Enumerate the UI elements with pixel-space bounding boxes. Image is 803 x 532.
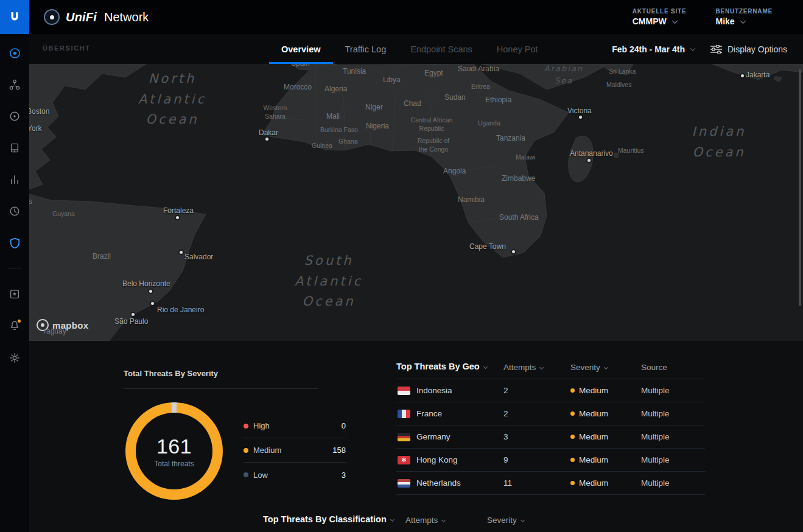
column-attempts[interactable]: Attempts xyxy=(503,363,543,372)
low-severity-dot-icon xyxy=(244,472,248,477)
sort-caret-icon xyxy=(390,517,394,522)
sidebar-item-threat-management[interactable] xyxy=(0,234,29,251)
table-row: Hong Kong 9 Medium Multiple xyxy=(396,448,705,471)
high-severity-dot-icon xyxy=(244,424,248,429)
geo-table-title[interactable]: Top Threats By Geo xyxy=(396,362,487,371)
sidebar-item-dashboard[interactable] xyxy=(0,44,29,61)
sort-caret-icon xyxy=(539,365,544,369)
country-name: Netherlands xyxy=(416,478,461,488)
sort-caret-icon xyxy=(483,365,488,369)
attempts-value: 9 xyxy=(503,455,508,464)
legend-value: 3 xyxy=(342,471,346,480)
table-row: Germany 3 Medium Multiple xyxy=(396,425,705,448)
source-value: Multiple xyxy=(641,455,670,464)
tab-label: Honey Pot xyxy=(497,44,538,54)
app-logo[interactable]: UniFi Network xyxy=(44,9,149,25)
tab-overview[interactable]: Overview xyxy=(269,34,333,64)
city-dot-icon xyxy=(131,313,135,316)
sidebar-item-topology[interactable] xyxy=(0,76,29,93)
city-dot-icon xyxy=(579,116,582,119)
severity-value: Medium xyxy=(579,455,608,464)
tab-endpoint-scans[interactable]: Endpoint Scans xyxy=(398,34,485,64)
mapbox-icon xyxy=(37,319,49,331)
sidebar-item-settings[interactable] xyxy=(0,349,29,366)
severity-value: Medium xyxy=(579,478,608,488)
unifi-logo[interactable] xyxy=(0,0,29,34)
classification-column-attempts[interactable]: Attempts xyxy=(405,516,445,525)
sidebar-item-clients[interactable] xyxy=(0,108,29,125)
severity-cell: Medium xyxy=(570,432,608,441)
classification-column-severity[interactable]: Severity xyxy=(487,516,524,525)
geo-table-rows: Indonesia 2 Medium Multiple France 2 Med… xyxy=(396,379,705,495)
total-threats-label: Total threats xyxy=(154,460,194,468)
severity-value: Medium xyxy=(579,432,608,441)
chevron-down-icon xyxy=(740,18,746,24)
source-value: Multiple xyxy=(641,432,670,441)
legend-value: 0 xyxy=(342,421,346,430)
severity-legend: High 0 Medium 158 Low 3 xyxy=(244,414,346,487)
shield-icon xyxy=(9,237,21,250)
medium-severity-dot-icon xyxy=(570,435,575,439)
medium-severity-dot-icon xyxy=(570,458,575,462)
classification-table-title[interactable]: Top Threats By Classification xyxy=(263,514,394,524)
topology-icon xyxy=(9,79,21,91)
chevron-down-icon xyxy=(672,18,678,24)
column-severity[interactable]: Severity xyxy=(570,363,608,372)
legend-item-medium: Medium 158 xyxy=(244,438,346,463)
column-label: Attempts xyxy=(503,363,536,372)
sidebar-item-statistics[interactable] xyxy=(0,171,29,188)
france-flag-icon xyxy=(398,410,410,418)
source-value: Multiple xyxy=(641,478,670,488)
severity-cell: Medium xyxy=(570,409,608,418)
severity-value: Medium xyxy=(579,386,608,395)
user-selector[interactable]: BENUTZERNAME Mike xyxy=(716,8,773,26)
date-range-selector[interactable]: Feb 24th - Mar 4th xyxy=(612,44,695,54)
city-dot-icon xyxy=(512,250,515,253)
column-label: Severity xyxy=(487,516,517,525)
severity-cell: Medium xyxy=(570,455,608,464)
hong-kong-flag-icon xyxy=(398,456,410,464)
sidebar-item-devices[interactable] xyxy=(0,139,29,156)
medium-severity-dot-icon xyxy=(244,448,248,453)
city-dot-icon xyxy=(180,251,183,254)
legend-label: High xyxy=(253,421,270,430)
sort-caret-icon xyxy=(441,518,446,522)
legend-label: Medium xyxy=(253,446,281,455)
mapbox-logo[interactable]: mapbox xyxy=(37,319,88,331)
geo-table-header: Top Threats By Geo Attempts Severity Sou… xyxy=(396,358,705,379)
source-value: Multiple xyxy=(641,386,670,395)
tab-honey-pot[interactable]: Honey Pot xyxy=(485,34,550,64)
legend-item-high: High 0 xyxy=(244,414,346,438)
sidebar-item-notifications[interactable] xyxy=(0,317,29,334)
legend-item-low: Low 3 xyxy=(244,463,346,487)
unifi-u-icon xyxy=(8,10,21,24)
map-canvas[interactable]: mapbox North Atlantic OceanSouth Atlanti… xyxy=(29,64,803,341)
attempts-value: 2 xyxy=(503,386,508,395)
severity-value: Medium xyxy=(579,409,608,418)
sidebar-item-schedule[interactable] xyxy=(0,285,29,303)
column-label: Severity xyxy=(570,363,600,372)
country-name: Germany xyxy=(416,432,451,441)
netherlands-flag-icon xyxy=(398,479,410,488)
sub-navigation: ÜBERSICHT Overview Traffic Log Endpoint … xyxy=(29,34,803,64)
map-scrollbar-thumb[interactable] xyxy=(799,69,801,306)
tab-label: Endpoint Scans xyxy=(410,44,472,54)
city-dot-icon xyxy=(151,302,154,305)
network-app-icon xyxy=(44,9,60,25)
brand-title-light: Network xyxy=(104,10,149,24)
site-selector[interactable]: AKTUELLE SITE CMMPW xyxy=(633,8,687,26)
display-options-label: Display Options xyxy=(728,44,787,54)
gear-icon xyxy=(9,352,21,364)
geo-table-title-text: Top Threats By Geo xyxy=(396,362,480,371)
severity-title-divider xyxy=(124,388,318,389)
display-options-button[interactable]: Display Options xyxy=(710,44,787,54)
legend-label: Low xyxy=(253,471,268,480)
total-threats-value: 161 xyxy=(156,435,192,458)
table-row: Netherlands 11 Medium Multiple xyxy=(396,471,705,494)
country-name: Indonesia xyxy=(416,386,452,395)
sidebar-item-insights[interactable] xyxy=(0,203,29,220)
tab-label: Traffic Log xyxy=(345,44,387,54)
username-label: BENUTZERNAME xyxy=(716,8,773,15)
tab-traffic-log[interactable]: Traffic Log xyxy=(333,34,399,64)
sort-caret-icon xyxy=(604,365,608,369)
